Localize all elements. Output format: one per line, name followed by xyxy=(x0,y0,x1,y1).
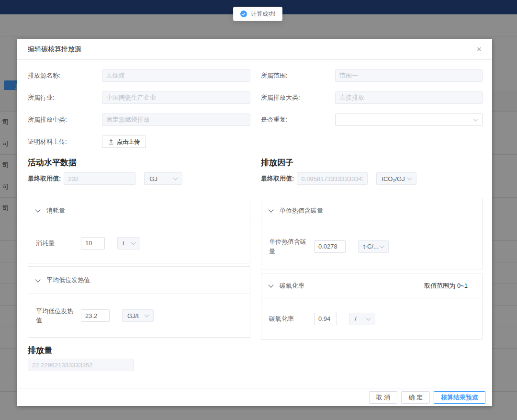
carbon-content-label: 单位热值含碳量 xyxy=(269,237,308,256)
toast-message: 计算成功! xyxy=(251,10,275,18)
field-medium-category: 所属排放中类: xyxy=(28,114,250,126)
oxidation-rate-label: 碳氧化率 xyxy=(269,314,308,324)
source-name-input xyxy=(102,69,250,82)
industry-input xyxy=(102,91,250,104)
collapse-chevron-icon xyxy=(268,282,273,287)
upload-button[interactable]: 点击上传 xyxy=(102,136,146,148)
activity-unit-value: GJ xyxy=(149,175,157,182)
empty-cell xyxy=(261,136,483,148)
panel-carbon-content: 单位热值含碳量 单位热值含碳量 t-C/... xyxy=(261,198,483,270)
dialog-footer: 取 消 确 定 核算结果预览 xyxy=(17,388,492,406)
factor-section-title: 排放因子 xyxy=(261,159,483,167)
info-form: 排放源名称: 所属范围: 所属行业: 所属排放大类: 所属排放中类: xyxy=(28,69,482,148)
scope-input xyxy=(335,69,483,82)
duplicate-select[interactable] xyxy=(335,114,483,126)
factor-section: 排放因子 最终取用值: tCO₂/GJ 单位热值含碳量 xyxy=(261,159,483,340)
upload-icon xyxy=(108,139,114,145)
activity-final-label: 最终取用值: xyxy=(28,174,61,183)
chevron-down-icon xyxy=(407,176,412,181)
dialog-title: 编辑碳核算排放源 xyxy=(28,45,81,54)
oxidation-rate-unit-select: / xyxy=(349,313,375,325)
activity-section: 活动水平数据 最终取用值: GJ 消耗量 xyxy=(28,159,250,340)
panel-heating-value-body: 平均低位发热值 GJ/t xyxy=(28,294,250,337)
heating-value-label: 平均低位发热值 xyxy=(36,306,75,325)
upload-button-label: 点击上传 xyxy=(117,138,140,146)
preview-button[interactable]: 核算结果预览 xyxy=(434,391,485,404)
source-name-label: 排放源名称: xyxy=(28,71,102,80)
cancel-button[interactable]: 取 消 xyxy=(369,391,398,404)
field-upload: 证明材料上传: 点击上传 xyxy=(28,136,250,148)
close-icon[interactable]: × xyxy=(476,45,482,54)
chevron-down-icon xyxy=(173,176,178,181)
activity-unit-select: GJ xyxy=(144,172,182,185)
panel-carbon-content-title: 单位热值含碳量 xyxy=(280,206,323,215)
chevron-down-icon xyxy=(380,243,384,248)
heating-value-input[interactable] xyxy=(81,309,110,322)
oxidation-rate-input[interactable] xyxy=(314,313,337,325)
activity-final-input xyxy=(64,172,135,185)
heating-value-unit-select: GJ/t xyxy=(122,309,154,322)
consumption-unit-select: t xyxy=(117,237,140,250)
consumption-unit-value: t xyxy=(123,239,124,247)
major-category-input xyxy=(335,91,483,104)
panel-oxidation-rate-title: 碳氧化率 xyxy=(280,282,304,290)
success-check-icon xyxy=(240,11,247,17)
activity-section-title: 活动水平数据 xyxy=(28,159,250,167)
panel-consumption-header[interactable]: 消耗量 xyxy=(28,198,250,223)
edit-emission-source-dialog: 编辑碳核算排放源 × 排放源名称: 所属范围: 所属行业: 所属排放大类: xyxy=(17,39,492,406)
carbon-content-unit-value: t-C/... xyxy=(363,243,379,250)
field-source-name: 排放源名称: xyxy=(28,69,250,82)
activity-final-row: 最终取用值: GJ xyxy=(28,172,250,185)
industry-label: 所属行业: xyxy=(28,93,102,102)
heating-value-unit-value: GJ/t xyxy=(127,312,139,319)
panel-heating-value-header[interactable]: 平均低位发热值 xyxy=(28,267,250,294)
factor-unit-value: tCO₂/GJ xyxy=(382,175,405,182)
field-scope: 所属范围: xyxy=(261,69,483,82)
factor-final-row: 最终取用值: tCO₂/GJ xyxy=(261,172,483,185)
confirm-button[interactable]: 确 定 xyxy=(401,391,430,404)
carbon-content-input[interactable] xyxy=(314,240,346,253)
data-sections: 活动水平数据 最终取用值: GJ 消耗量 xyxy=(28,159,482,340)
emission-result-input xyxy=(28,359,134,371)
collapse-chevron-icon xyxy=(268,207,273,212)
panel-heating-value: 平均低位发热值 平均低位发热值 GJ/t xyxy=(28,266,250,338)
medium-category-label: 所属排放中类: xyxy=(28,115,102,124)
dialog-body: 排放源名称: 所属范围: 所属行业: 所属排放大类: 所属排放中类: xyxy=(17,60,492,388)
panel-heating-value-title: 平均低位发热值 xyxy=(46,276,90,284)
panel-consumption-title: 消耗量 xyxy=(46,206,65,215)
panel-oxidation-rate-header[interactable]: 碳氧化率 取值范围为 0~1 xyxy=(261,273,482,298)
emission-result-section: 排放量 xyxy=(28,346,482,371)
panel-carbon-content-body: 单位热值含碳量 t-C/... xyxy=(261,223,482,270)
panel-oxidation-rate-body: 碳氧化率 / xyxy=(261,298,482,339)
oxidation-rate-unit-value: / xyxy=(355,315,357,322)
panel-consumption-body: 消耗量 t xyxy=(28,223,250,263)
scope-label: 所属范围: xyxy=(261,71,335,80)
duplicate-label: 是否重复: xyxy=(261,115,335,124)
consumption-input[interactable] xyxy=(81,237,105,250)
chevron-down-icon xyxy=(473,117,478,122)
chevron-down-icon xyxy=(131,240,136,245)
collapse-chevron-icon xyxy=(35,277,40,282)
consumption-label: 消耗量 xyxy=(36,238,75,248)
factor-final-label: 最终取用值: xyxy=(261,174,294,183)
medium-category-input xyxy=(102,114,250,126)
field-industry: 所属行业: xyxy=(28,91,250,104)
chevron-down-icon xyxy=(366,316,371,320)
collapse-chevron-icon xyxy=(35,207,40,212)
carbon-content-unit-select: t-C/... xyxy=(358,240,389,253)
dialog-header: 编辑碳核算排放源 × xyxy=(17,39,492,60)
chevron-down-icon xyxy=(145,313,149,318)
factor-unit-select: tCO₂/GJ xyxy=(376,172,416,185)
field-duplicate: 是否重复: xyxy=(261,114,483,126)
upload-label: 证明材料上传: xyxy=(28,137,102,146)
panel-carbon-content-header[interactable]: 单位热值含碳量 xyxy=(261,198,482,223)
success-toast: 计算成功! xyxy=(233,7,282,21)
factor-final-input xyxy=(297,172,368,185)
emission-title: 排放量 xyxy=(28,346,482,355)
app-root: 新增 司 司 司 司 司 计算成功! 编辑碳核算排放源 × xyxy=(0,0,517,420)
panel-consumption: 消耗量 消耗量 t xyxy=(28,198,250,263)
major-category-label: 所属排放大类: xyxy=(261,93,335,102)
field-major-category: 所属排放大类: xyxy=(261,91,483,104)
panel-oxidation-rate: 碳氧化率 取值范围为 0~1 碳氧化率 / xyxy=(261,273,483,340)
range-hint: 取值范围为 0~1 xyxy=(424,282,474,290)
